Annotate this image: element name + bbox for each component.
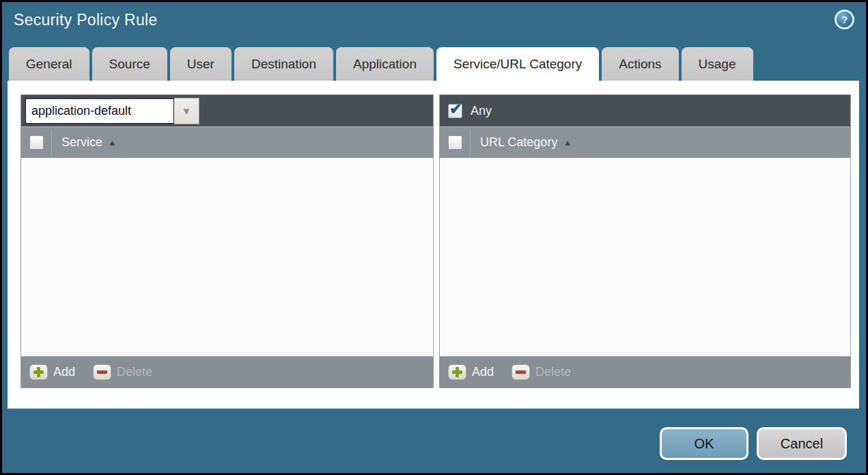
help-icon[interactable]: ? — [835, 10, 854, 29]
url-category-add-button[interactable]: Add — [448, 364, 494, 380]
url-category-add-label: Add — [472, 365, 494, 379]
url-category-table-header: URL Category ▲ — [440, 126, 850, 158]
help-glyph: ? — [841, 14, 848, 25]
service-delete-label: Delete — [117, 365, 152, 379]
tab-content-area: ▼ Service ▲ Add — [8, 81, 859, 409]
tab-usage[interactable]: Usage — [682, 47, 753, 81]
ok-button[interactable]: OK — [660, 427, 748, 460]
any-label: Any — [471, 104, 492, 118]
sort-asc-icon[interactable]: ▲ — [563, 137, 572, 148]
url-category-column-header[interactable]: URL Category — [480, 135, 557, 150]
header-divider — [51, 130, 52, 156]
service-panel-topbar: ▼ — [21, 95, 433, 126]
url-category-delete-label: Delete — [535, 365, 571, 379]
url-category-select-all-column — [440, 135, 470, 150]
service-delete-button[interactable]: Delete — [93, 364, 152, 380]
url-category-list-body — [440, 158, 850, 356]
service-add-button[interactable]: Add — [29, 364, 75, 380]
security-policy-rule-dialog: Security Policy Rule ? General Source Us… — [0, 0, 868, 475]
service-type-dropdown-input[interactable] — [25, 98, 174, 124]
add-plus-icon — [448, 364, 466, 380]
cancel-button[interactable]: Cancel — [757, 427, 847, 460]
service-select-all-column — [21, 135, 51, 150]
service-list-body — [21, 158, 433, 356]
any-checkbox[interactable] — [448, 104, 462, 118]
dialog-title: Security Policy Rule — [14, 11, 158, 29]
service-select-all-checkbox[interactable] — [29, 135, 44, 150]
tab-application[interactable]: Application — [336, 47, 434, 81]
tab-user[interactable]: User — [170, 47, 232, 81]
chevron-down-icon: ▼ — [182, 106, 192, 116]
url-category-panel-topbar: Any — [440, 95, 850, 126]
tab-actions[interactable]: Actions — [602, 47, 678, 81]
service-table-header: Service ▲ — [21, 126, 433, 158]
header-divider — [470, 130, 471, 156]
url-category-delete-button[interactable]: Delete — [512, 364, 571, 380]
add-plus-icon — [29, 364, 48, 380]
tab-source[interactable]: Source — [92, 47, 167, 81]
service-panel: ▼ Service ▲ Add — [20, 94, 434, 388]
url-category-panel: Any URL Category ▲ Add — [439, 94, 851, 388]
service-type-dropdown: ▼ — [25, 98, 199, 124]
service-toolbar: Add Delete — [21, 356, 433, 388]
service-type-dropdown-button[interactable]: ▼ — [174, 98, 199, 124]
tab-service-url-category[interactable]: Service/URL Category — [436, 47, 599, 81]
delete-minus-icon — [512, 364, 530, 380]
url-category-toolbar: Add Delete — [440, 356, 850, 388]
tab-bar: General Source User Destination Applicat… — [9, 47, 753, 81]
service-column-header[interactable]: Service — [61, 135, 102, 150]
service-add-label: Add — [53, 365, 75, 379]
tab-general[interactable]: General — [9, 47, 89, 81]
url-category-select-all-checkbox[interactable] — [448, 135, 462, 150]
delete-minus-icon — [93, 364, 111, 380]
tab-destination[interactable]: Destination — [234, 47, 333, 81]
sort-asc-icon[interactable]: ▲ — [108, 137, 117, 148]
